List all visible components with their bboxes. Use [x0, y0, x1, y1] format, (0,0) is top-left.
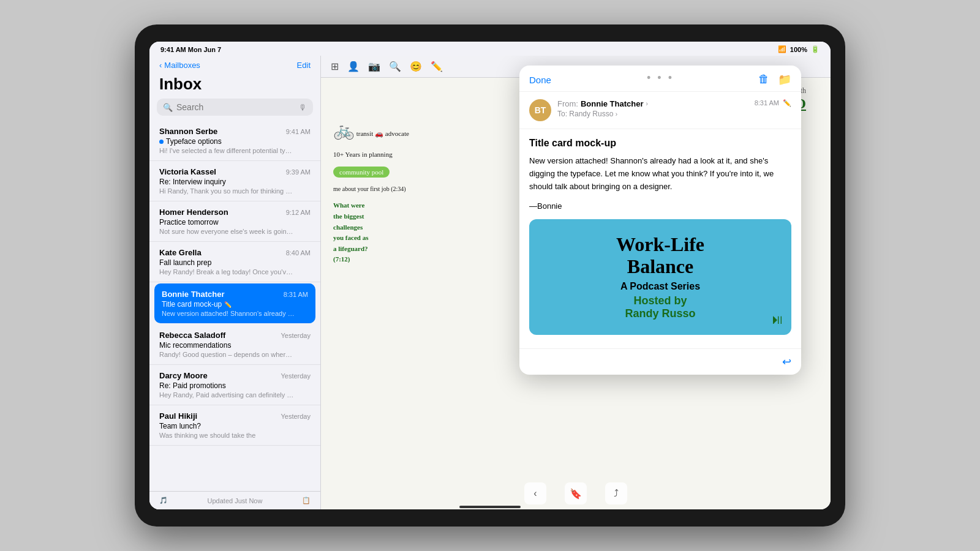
- email-item[interactable]: Victoria Kassel 9:39 AM Re: Interview in…: [149, 161, 320, 201]
- email-time: 8:40 AM: [286, 249, 311, 257]
- from-chevron: ›: [646, 100, 648, 107]
- email-preview: New version attached! Shannon's already …: [162, 310, 296, 317]
- edit-button[interactable]: Edit: [297, 61, 311, 70]
- email-body: Title card mock-up New version attached!…: [519, 129, 801, 348]
- emoji-icon[interactable]: 😊: [410, 61, 422, 72]
- from-name: Bonnie Thatcher: [581, 99, 644, 108]
- to-line: To: Randy Russo ›: [557, 110, 748, 118]
- hosted-by-label: Hosted by: [633, 294, 687, 307]
- back-nav-icon[interactable]: ‹: [524, 482, 546, 504]
- email-sender: Shannon Serbe: [159, 127, 217, 136]
- email-item[interactable]: Shannon Serbe 9:41 AM Typeface options H…: [149, 121, 320, 161]
- pencil-icon: ✏️: [224, 301, 232, 308]
- email-item[interactable]: Homer Henderson 9:12 AM Practice tomorro…: [149, 201, 320, 242]
- email-preview: Hi Randy, Thank you so much for thinking…: [159, 187, 294, 195]
- status-bar: 9:41 AM Mon Jun 7 📶 100% 🔋: [149, 42, 831, 56]
- share-nav-icon[interactable]: ⤴: [605, 482, 627, 504]
- toolbar-icons: ⊞ 👤 📷 🔍 😊 ✏️: [331, 61, 443, 72]
- battery-label: 100%: [790, 46, 807, 53]
- sidebar: ‹ Mailboxes Edit Inbox 🔍 🎙 Shan: [149, 56, 321, 509]
- podcast-subtitle: A Podcast Series: [541, 281, 779, 292]
- home-indicator: [459, 506, 521, 508]
- reply-icon[interactable]: ↩: [782, 355, 791, 369]
- to-label: To:: [557, 110, 569, 118]
- email-preview: Not sure how everyone else's week is goi…: [159, 228, 294, 235]
- email-item[interactable]: Darcy Moore Yesterday Re: Paid promotion…: [149, 365, 320, 405]
- trash-icon[interactable]: 🗑: [758, 73, 769, 86]
- email-item-selected[interactable]: Bonnie Thatcher 8:31 AM Title card mock-…: [154, 283, 315, 323]
- wifi-icon: 📶: [778, 45, 786, 53]
- email-preview: Randy! Good question – depends on where …: [159, 351, 294, 358]
- to-chevron: ›: [616, 111, 617, 118]
- email-item[interactable]: Kate Grella 8:40 AM Fall launch prep Hey…: [149, 242, 320, 282]
- sidebar-bottom: 🎵 Updated Just Now 📋: [149, 491, 320, 509]
- podcast-title: Work-LifeBalance: [541, 234, 779, 277]
- email-subject: Typeface options: [159, 137, 311, 146]
- email-subject-heading: Title card mock-up: [529, 138, 791, 149]
- email-sender: Rebecca Saladoff: [159, 331, 225, 340]
- gallery-icon[interactable]: ⊞: [331, 61, 339, 72]
- sender-avatar: BT: [529, 99, 551, 121]
- email-meta: From: Bonnie Thatcher › To: Randy Russo …: [557, 99, 748, 118]
- unread-indicator: [159, 140, 164, 144]
- inbox-title: Inbox: [149, 73, 320, 99]
- email-detail-modal: • • • Done 🗑 📁 BT From: Bo: [519, 66, 801, 375]
- email-sender: Kate Grella: [159, 248, 202, 257]
- bottom-nav: ‹ 🔖 ⤴: [524, 482, 627, 504]
- email-body-text: New version attached! Shannon's already …: [529, 155, 791, 193]
- ipad-screen: 9:41 AM Mon Jun 7 📶 100% 🔋 ‹ Mailboxes E…: [149, 42, 831, 509]
- podcast-hosted-by: Hosted by Randy Russo: [541, 294, 779, 320]
- email-item[interactable]: Rebecca Saladoff Yesterday Mic recommend…: [149, 324, 320, 365]
- sidebar-header: ‹ Mailboxes Edit: [149, 56, 320, 73]
- email-preview: Hi! I've selected a few different potent…: [159, 147, 294, 154]
- email-subject: Fall launch prep: [159, 258, 311, 267]
- from-line: From: Bonnie Thatcher ›: [557, 99, 748, 108]
- music-icon: 🎵: [159, 497, 168, 504]
- email-subject: Mic recommendations: [159, 341, 311, 350]
- email-subject: Re: Interview inquiry: [159, 178, 311, 186]
- modal-actions: 🗑 📁: [758, 73, 791, 86]
- podcast-card: Work-LifeBalance A Podcast Series Hosted…: [529, 219, 791, 334]
- search-toolbar-icon[interactable]: 🔍: [389, 61, 401, 72]
- search-bar[interactable]: 🔍 🎙: [157, 99, 313, 116]
- email-sender: Homer Henderson: [159, 208, 228, 217]
- done-button[interactable]: Done: [529, 75, 551, 85]
- camera-icon[interactable]: 📷: [368, 61, 380, 72]
- email-preview: Was thinking we should take the: [159, 432, 294, 439]
- status-right: 📶 100% 🔋: [778, 45, 820, 53]
- edit-icon[interactable]: ✏️: [431, 61, 443, 72]
- email-time: 9:41 AM: [286, 128, 311, 135]
- search-icon: 🔍: [163, 103, 173, 112]
- email-subject: Re: Paid promotions: [159, 381, 311, 390]
- forward-nav-icon[interactable]: 🔖: [565, 482, 587, 504]
- email-time: 9:39 AM: [286, 168, 311, 176]
- email-timestamp: 8:31 AM ✏️: [755, 99, 791, 107]
- email-time: 9:12 AM: [286, 209, 311, 216]
- host-name: Randy Russo: [625, 307, 695, 320]
- email-sender: Paul Hikiji: [159, 411, 197, 421]
- email-subject: Team lunch?: [159, 422, 311, 430]
- timestamp-value: 8:31 AM: [755, 99, 779, 107]
- compose-icon[interactable]: 📋: [302, 497, 311, 504]
- from-label: From:: [557, 99, 578, 108]
- back-button[interactable]: ‹ Mailboxes: [159, 61, 200, 70]
- email-time: Yesterday: [281, 332, 311, 339]
- email-time: Yesterday: [281, 372, 311, 380]
- chevron-left-icon: ‹: [159, 61, 162, 70]
- microphone-icon[interactable]: 🎙: [299, 103, 307, 112]
- profile-icon[interactable]: 👤: [347, 61, 360, 72]
- play-pause-icon[interactable]: ⏯: [771, 312, 784, 328]
- mailboxes-label: Mailboxes: [164, 61, 200, 70]
- modal-toolbar: • • • Done 🗑 📁: [519, 66, 801, 92]
- email-signature: —Bonnie: [529, 201, 791, 211]
- email-sender: Bonnie Thatcher: [162, 290, 225, 299]
- search-input[interactable]: [176, 102, 295, 112]
- folder-icon[interactable]: 📁: [778, 73, 791, 86]
- email-item[interactable]: Paul Hikiji Yesterday Team lunch? Was th…: [149, 405, 320, 446]
- email-header-section: BT From: Bonnie Thatcher › To: Randy Rus…: [519, 92, 801, 129]
- email-subject: Practice tomorrow: [159, 218, 311, 227]
- email-sender: Darcy Moore: [159, 371, 208, 380]
- updated-status: Updated Just Now: [208, 497, 263, 504]
- status-time: 9:41 AM Mon Jun 7: [160, 46, 221, 53]
- email-sender: Victoria Kassel: [159, 167, 216, 176]
